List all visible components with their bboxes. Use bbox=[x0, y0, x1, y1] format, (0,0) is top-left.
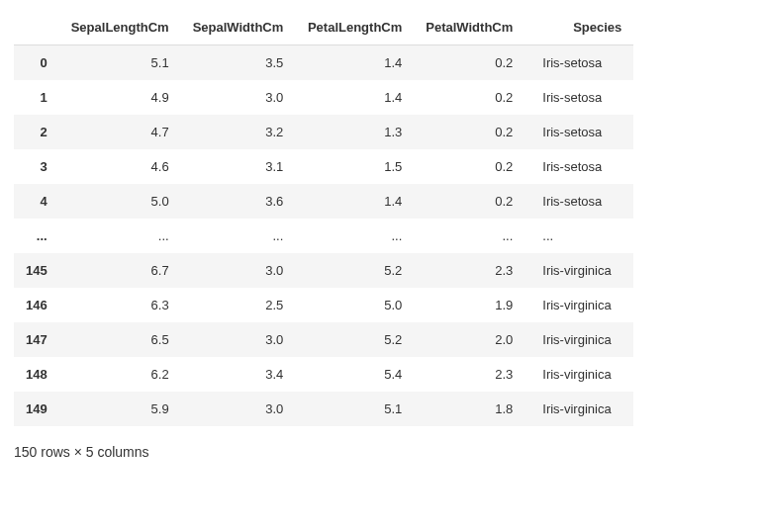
table-body: 0 5.1 3.5 1.4 0.2 Iris-setosa 1 4.9 3.0 … bbox=[14, 45, 633, 427]
cell: 4.7 bbox=[59, 115, 181, 149]
cell: 2.3 bbox=[414, 357, 525, 392]
table-row: 146 6.3 2.5 5.0 1.9 Iris-virginica bbox=[14, 288, 633, 322]
cell: 5.4 bbox=[295, 357, 414, 392]
row-index: 145 bbox=[14, 253, 59, 288]
cell: 5.1 bbox=[295, 392, 414, 426]
table-row: 148 6.2 3.4 5.4 2.3 Iris-virginica bbox=[14, 357, 633, 392]
cell-species: Iris-setosa bbox=[525, 45, 633, 81]
cell: 3.0 bbox=[181, 80, 296, 115]
col-header-species: Species bbox=[525, 10, 633, 45]
cell-species: Iris-virginica bbox=[525, 322, 633, 357]
cell: 1.3 bbox=[295, 115, 414, 149]
cell: ... bbox=[295, 219, 414, 253]
table-row: 0 5.1 3.5 1.4 0.2 Iris-setosa bbox=[14, 45, 633, 81]
table-row: 149 5.9 3.0 5.1 1.8 Iris-virginica bbox=[14, 392, 633, 426]
cell: 0.2 bbox=[414, 184, 525, 219]
cell: 3.5 bbox=[181, 45, 296, 81]
cell: 3.0 bbox=[181, 392, 296, 426]
cell: 5.0 bbox=[59, 184, 181, 219]
cell: 3.6 bbox=[181, 184, 296, 219]
row-index: 147 bbox=[14, 322, 59, 357]
table-row: 1 4.9 3.0 1.4 0.2 Iris-setosa bbox=[14, 80, 633, 115]
cell: 0.2 bbox=[414, 80, 525, 115]
cell: 0.2 bbox=[414, 45, 525, 81]
cell: 5.2 bbox=[295, 322, 414, 357]
cell-species: Iris-setosa bbox=[525, 115, 633, 149]
cell: ... bbox=[181, 219, 296, 253]
cell: 0.2 bbox=[414, 115, 525, 149]
header-row: SepalLengthCm SepalWidthCm PetalLengthCm… bbox=[14, 10, 633, 45]
cell: 3.0 bbox=[181, 253, 296, 288]
cell: 6.3 bbox=[59, 288, 181, 322]
row-index: 148 bbox=[14, 357, 59, 392]
cell: 0.2 bbox=[414, 149, 525, 184]
row-index: 1 bbox=[14, 80, 59, 115]
cell: 3.1 bbox=[181, 149, 296, 184]
col-header-petal-width: PetalWidthCm bbox=[414, 10, 525, 45]
summary-text: 150 rows × 5 columns bbox=[14, 444, 751, 460]
row-index: ... bbox=[14, 219, 59, 253]
col-header-petal-length: PetalLengthCm bbox=[295, 10, 414, 45]
cell: 3.4 bbox=[181, 357, 296, 392]
cell: 1.4 bbox=[295, 45, 414, 81]
cell: 1.4 bbox=[295, 80, 414, 115]
cell-species: Iris-virginica bbox=[525, 357, 633, 392]
dataframe-table: SepalLengthCm SepalWidthCm PetalLengthCm… bbox=[14, 10, 633, 426]
cell-species: Iris-setosa bbox=[525, 149, 633, 184]
cell: 1.9 bbox=[414, 288, 525, 322]
cell: 3.0 bbox=[181, 322, 296, 357]
cell: 2.3 bbox=[414, 253, 525, 288]
cell-species: ... bbox=[525, 219, 633, 253]
cell: 1.8 bbox=[414, 392, 525, 426]
table-row-ellipsis: ... ... ... ... ... ... bbox=[14, 219, 633, 253]
cell: 4.6 bbox=[59, 149, 181, 184]
cell: 5.2 bbox=[295, 253, 414, 288]
row-index: 149 bbox=[14, 392, 59, 426]
cell: 5.0 bbox=[295, 288, 414, 322]
table-row: 2 4.7 3.2 1.3 0.2 Iris-setosa bbox=[14, 115, 633, 149]
table-row: 3 4.6 3.1 1.5 0.2 Iris-setosa bbox=[14, 149, 633, 184]
cell: 6.2 bbox=[59, 357, 181, 392]
table-row: 4 5.0 3.6 1.4 0.2 Iris-setosa bbox=[14, 184, 633, 219]
cell: 5.1 bbox=[59, 45, 181, 81]
col-header-sepal-length: SepalLengthCm bbox=[59, 10, 181, 45]
cell: 5.9 bbox=[59, 392, 181, 426]
cell: 1.4 bbox=[295, 184, 414, 219]
table-row: 145 6.7 3.0 5.2 2.3 Iris-virginica bbox=[14, 253, 633, 288]
cell: 2.5 bbox=[181, 288, 296, 322]
cell: 3.2 bbox=[181, 115, 296, 149]
cell-species: Iris-virginica bbox=[525, 288, 633, 322]
table-row: 147 6.5 3.0 5.2 2.0 Iris-virginica bbox=[14, 322, 633, 357]
row-index: 4 bbox=[14, 184, 59, 219]
index-header bbox=[14, 10, 59, 45]
cell: ... bbox=[414, 219, 525, 253]
cell: 4.9 bbox=[59, 80, 181, 115]
cell: 1.5 bbox=[295, 149, 414, 184]
row-index: 2 bbox=[14, 115, 59, 149]
cell-species: Iris-virginica bbox=[525, 253, 633, 288]
cell: ... bbox=[59, 219, 181, 253]
row-index: 146 bbox=[14, 288, 59, 322]
cell: 2.0 bbox=[414, 322, 525, 357]
col-header-sepal-width: SepalWidthCm bbox=[181, 10, 296, 45]
row-index: 3 bbox=[14, 149, 59, 184]
cell: 6.5 bbox=[59, 322, 181, 357]
cell-species: Iris-virginica bbox=[525, 392, 633, 426]
cell-species: Iris-setosa bbox=[525, 80, 633, 115]
row-index: 0 bbox=[14, 45, 59, 81]
cell: 6.7 bbox=[59, 253, 181, 288]
cell-species: Iris-setosa bbox=[525, 184, 633, 219]
